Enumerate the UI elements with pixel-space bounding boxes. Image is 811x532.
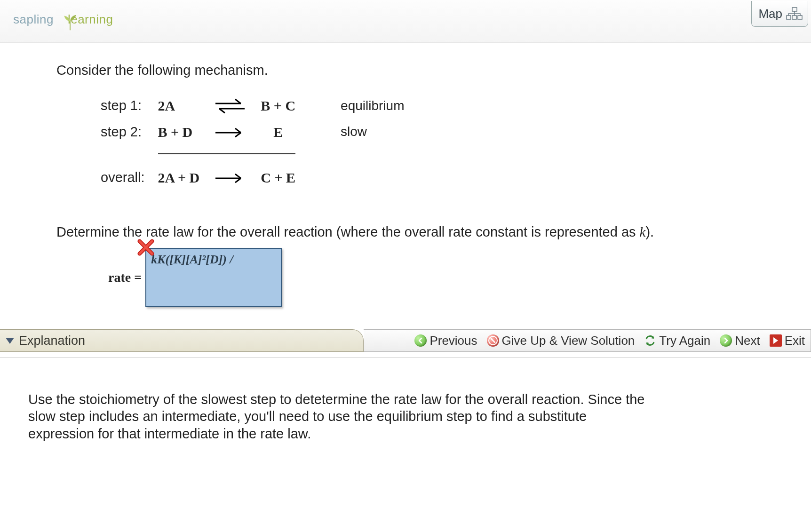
problem-area: Consider the following mechanism. step 1… — [0, 43, 811, 307]
incorrect-x-icon — [137, 238, 155, 256]
step2-rhs: E — [254, 119, 302, 145]
exit-icon — [770, 334, 782, 347]
header: sapling learning Map — [0, 0, 811, 43]
svg-rect-1 — [787, 16, 791, 19]
cancel-icon — [487, 334, 499, 347]
step2-label: step 2: — [94, 119, 151, 145]
next-label: Next — [735, 333, 760, 348]
step2-note: slow — [334, 119, 411, 145]
try-again-button[interactable]: Try Again — [644, 333, 710, 348]
question-text-a: Determine the rate law for the overall r… — [56, 224, 640, 239]
step2-lhs: B + D — [151, 119, 207, 145]
mechanism-table: step 1: 2A B + C equilibrium step 2: B +… — [94, 93, 411, 191]
rate-law-question: Determine the rate law for the overall r… — [56, 223, 755, 241]
divider-line — [158, 153, 296, 154]
forward-arrow-icon — [213, 126, 247, 140]
step1-lhs: 2A — [151, 93, 207, 119]
brand-logo: sapling learning — [13, 12, 113, 27]
map-button[interactable]: Map — [751, 1, 808, 27]
explanation-panel: Use the stoichiometry of the slowest ste… — [0, 357, 811, 442]
logo-text-a: sapling — [13, 12, 54, 27]
answer-content: kK([K][A]²[D]) / — [151, 252, 233, 268]
step1-note: equilibrium — [334, 93, 411, 119]
exit-label: Exit — [785, 333, 805, 348]
previous-button[interactable]: Previous — [414, 333, 477, 348]
overall-row: overall: 2A + D C + E — [94, 165, 411, 191]
step1-rhs: B + C — [254, 93, 302, 119]
overall-rhs: C + E — [254, 165, 302, 191]
arrow-right-icon — [720, 334, 732, 347]
equilibrium-arrow-icon — [213, 96, 247, 115]
answer-row: rate = kK([K][A]²[D]) / — [108, 248, 755, 307]
sitemap-icon — [786, 7, 803, 20]
svg-rect-2 — [792, 16, 796, 19]
nav-strip: Previous Give Up & View Solution Try Aga… — [364, 329, 811, 352]
question-text-b: ). — [645, 224, 654, 239]
give-up-label: Give Up & View Solution — [502, 333, 635, 348]
triangle-down-icon — [6, 338, 14, 344]
svg-rect-3 — [798, 16, 802, 19]
step-1-row: step 1: 2A B + C equilibrium — [94, 93, 411, 119]
exit-button[interactable]: Exit — [770, 333, 805, 348]
explanation-text: Use the stoichiometry of the slowest ste… — [28, 391, 649, 442]
forward-arrow-icon — [213, 171, 247, 185]
step-2-row: step 2: B + D E slow — [94, 119, 411, 145]
k-symbol: k — [640, 224, 646, 239]
previous-label: Previous — [429, 333, 477, 348]
refresh-icon — [644, 334, 656, 347]
map-label: Map — [758, 7, 782, 21]
explanation-toggle[interactable]: Explanation — [0, 329, 364, 352]
plant-icon — [62, 14, 79, 31]
try-again-label: Try Again — [659, 333, 710, 348]
next-button[interactable]: Next — [720, 333, 760, 348]
intro-text: Consider the following mechanism. — [56, 62, 755, 79]
step1-label: step 1: — [94, 93, 151, 119]
answer-input[interactable]: kK([K][A]²[D]) / — [145, 248, 282, 307]
give-up-button[interactable]: Give Up & View Solution — [487, 333, 635, 348]
footer-bar: Explanation Previous Give Up & View Solu… — [0, 329, 811, 352]
overall-lhs: 2A + D — [151, 165, 207, 191]
svg-rect-0 — [792, 8, 797, 11]
rate-equals-label: rate = — [108, 269, 142, 286]
explanation-label: Explanation — [19, 333, 85, 348]
arrow-left-icon — [414, 334, 427, 347]
overall-label: overall: — [94, 165, 151, 191]
